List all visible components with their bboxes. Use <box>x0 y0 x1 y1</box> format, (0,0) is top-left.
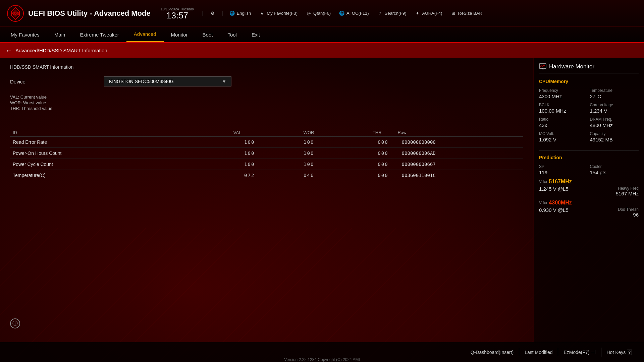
col-thr: THR <box>321 129 395 137</box>
prediction-grid: SP 119 Cooler 154 pts <box>539 164 639 175</box>
pred-dos-thresh-label: Dos Thresh <box>618 207 639 212</box>
table-row: Power-On Hours Count 100 100 000 0000000… <box>10 148 523 159</box>
row-thr-2: 000 <box>321 148 395 159</box>
hw-monitor-title-text: Hardware Monitor <box>549 63 594 70</box>
pred-4300-row: V for 4300MHz 0.930 V @L5 Dos Thresh 96 <box>539 200 639 218</box>
ez-mode-label: EzMode(F7) <box>564 350 589 355</box>
nav-bar: My Favorites Main Extreme Tweaker Advanc… <box>0 27 644 43</box>
pred-5167-label-prefix: V for <box>539 179 547 184</box>
pred-4300-label-prefix: V for <box>539 200 547 205</box>
row-wor-2: 100 <box>261 148 321 159</box>
hw-item-dram-freq: DRAM Freq. 4800 MHz <box>590 117 639 128</box>
smart-table: ID VAL WOR THR Raw Read Error Rate 100 1… <box>10 129 523 181</box>
footer-buttons: Q-Dashboard(Insert) Last Modified EzMode… <box>7 348 637 357</box>
pred-5167-voltage: 1.245 V @L5 <box>539 186 569 196</box>
table-row: Read Error Rate 100 100 000 000000000000 <box>10 137 523 148</box>
aura-button[interactable]: ✦ AURA(F4) <box>411 9 446 18</box>
col-wor: WOR <box>261 129 321 137</box>
ez-mode-button[interactable]: EzMode(F7) ⊣ <box>558 348 601 357</box>
last-modified-button[interactable]: Last Modified <box>519 348 558 356</box>
pred-cooler: Cooler 154 pts <box>590 164 639 175</box>
pred-4300-freq-highlight: 4300MHz <box>549 200 572 206</box>
divider <box>10 121 523 121</box>
row-val-3: 100 <box>170 159 261 170</box>
device-row: Device KINGSTON SEDC500M3840G ▼ <box>10 76 523 86</box>
hw-monitor-title: Hardware Monitor <box>539 63 639 73</box>
q-dashboard-button[interactable]: Q-Dashboard(Insert) <box>465 348 519 356</box>
logo-area: ROG UEFI BIOS Utility - Advanced Mode <box>7 5 151 22</box>
gear-icon: ⚙ <box>210 10 216 16</box>
cpu-memory-section-title: CPU/Memory <box>539 79 639 84</box>
footer: Q-Dashboard(Insert) Last Modified EzMode… <box>0 342 644 362</box>
ai-icon: 🌐 <box>339 10 345 16</box>
fan-icon: ◎ <box>306 10 312 16</box>
hw-item-core-voltage: Core Voltage 1.234 V <box>590 103 639 114</box>
nav-advanced[interactable]: Advanced <box>126 27 164 42</box>
hw-item-temperature: Temperature 27°C <box>590 88 639 99</box>
nav-exit[interactable]: Exit <box>244 27 267 42</box>
english-label: English <box>237 11 251 16</box>
pred-heavy-freq-value: 5167 MHz <box>616 191 639 196</box>
row-wor-3: 100 <box>261 159 321 170</box>
legend-wor: WOR: Worst value <box>10 100 523 105</box>
qfan-label: Qfan(F6) <box>313 11 331 16</box>
resize-bar-button[interactable]: ⊞ ReSize BAR <box>447 9 486 18</box>
hw-item-ratio: Ratio 43x <box>539 117 588 128</box>
pred-4300-voltage: 0.930 V @L5 <box>539 207 569 218</box>
version-text: Version 2.22.1284 Copyright (C) 2024 AMI <box>7 357 637 362</box>
back-button[interactable]: ← <box>5 47 12 54</box>
qfan-button[interactable]: ◎ Qfan(F6) <box>302 9 334 18</box>
row-thr-4: 000 <box>321 170 395 181</box>
hot-keys-button[interactable]: Hot Keys ? <box>601 348 638 356</box>
hot-keys-label: Hot Keys <box>607 350 626 355</box>
search-button[interactable]: ? Search(F9) <box>374 9 410 18</box>
col-id: ID <box>10 129 170 137</box>
row-raw-3: 000000000667 <box>395 159 523 170</box>
row-wor-1: 100 <box>261 137 321 148</box>
pred-5167-row: V for 5167MHz 1.245 V @L5 Heavy Freq 516… <box>539 179 639 196</box>
row-id-4: Temperature(C) <box>10 170 170 181</box>
search-icon: ? <box>377 10 383 16</box>
english-button[interactable]: 🌐 English <box>226 9 255 18</box>
nav-monitor[interactable]: Monitor <box>164 27 195 42</box>
cpu-memory-grid: Frequency 4300 MHz Temperature 27°C BCLK… <box>539 88 639 142</box>
breadcrumb-text: Advanced\HDD/SSD SMART Information <box>15 48 107 53</box>
search-label: Search(F9) <box>385 11 407 16</box>
device-select-value: KINGSTON SEDC500M3840G <box>109 79 174 84</box>
header: ROG UEFI BIOS Utility - Advanced Mode 10… <box>0 0 644 27</box>
my-favorite-button[interactable]: ★ My Favorite(F3) <box>256 9 301 18</box>
star-icon: ★ <box>259 10 265 16</box>
device-select-dropdown[interactable]: KINGSTON SEDC500M3840G ▼ <box>104 76 231 86</box>
hw-item-bclk: BCLK 100.00 MHz <box>539 103 588 114</box>
row-thr-3: 000 <box>321 159 395 170</box>
row-wor-4: 046 <box>261 170 321 181</box>
legend-val: VAL: Current value <box>10 95 523 100</box>
pred-heavy-freq-label: Heavy Freq <box>618 186 639 191</box>
nav-main[interactable]: Main <box>47 27 73 42</box>
hw-monitor-panel: Hardware Monitor CPU/Memory Frequency 43… <box>533 58 644 342</box>
table-row: Power Cycle Count 100 100 000 0000000006… <box>10 159 523 170</box>
row-id-1: Read Error Rate <box>10 137 170 148</box>
resize-bar-label: ReSize BAR <box>458 11 482 16</box>
row-id-2: Power-On Hours Count <box>10 148 170 159</box>
nav-tool[interactable]: Tool <box>220 27 244 42</box>
ai-oc-button[interactable]: 🌐 AI OC(F11) <box>335 9 372 18</box>
col-val: VAL <box>170 129 261 137</box>
prediction-section-title: Prediction <box>539 155 639 160</box>
hw-item-frequency: Frequency 4300 MHz <box>539 88 588 99</box>
col-raw: Raw <box>395 129 523 137</box>
info-icon[interactable]: ⓘ <box>10 318 20 328</box>
resize-icon: ⊞ <box>450 10 457 16</box>
hw-item-mc-volt: MC Volt. 1.092 V <box>539 131 588 142</box>
nav-my-favorites[interactable]: My Favorites <box>3 27 47 42</box>
breadcrumb: ← Advanced\HDD/SSD SMART Information <box>0 43 644 58</box>
device-label: Device <box>10 79 30 84</box>
nav-extreme-tweaker[interactable]: Extreme Tweaker <box>72 27 126 42</box>
row-raw-1: 000000000000 <box>395 137 523 148</box>
hw-item-capacity: Capacity 49152 MB <box>590 131 639 142</box>
nav-boot[interactable]: Boot <box>195 27 220 42</box>
datetime-display: 10/15/2024 Tuesday 13:57 <box>161 7 194 20</box>
ez-mode-icon: ⊣ <box>591 349 596 355</box>
aura-label: AURA(F4) <box>422 11 442 16</box>
settings-button[interactable]: ⚙ <box>206 9 219 18</box>
